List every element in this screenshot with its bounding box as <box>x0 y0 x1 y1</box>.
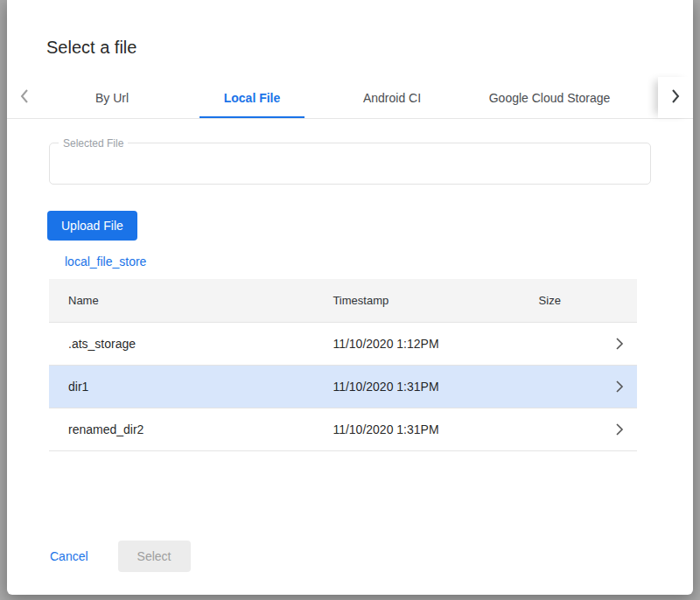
dialog-footer: Cancel Select <box>46 541 191 572</box>
tab-by-url[interactable]: By Url <box>42 77 182 118</box>
table-header-row: Name Timestamp Size <box>49 279 637 323</box>
chevron-right-icon <box>615 380 624 394</box>
chevron-right-icon <box>615 422 624 436</box>
select-file-dialog: Select a file By Url Local File Android … <box>7 0 693 595</box>
tab-label: Local File <box>224 91 281 105</box>
dialog-title: Select a file <box>46 37 693 58</box>
table-row[interactable]: renamed_dir2 11/10/2020 1:31PM <box>49 408 637 451</box>
file-table: Name Timestamp Size .ats_storage 11/10/2… <box>49 279 637 451</box>
breadcrumb[interactable]: local_file_store <box>65 255 146 269</box>
tab-local-file[interactable]: Local File <box>182 77 322 118</box>
tab-android-ci[interactable]: Android CI <box>322 77 462 118</box>
cell-timestamp: 11/10/2020 1:12PM <box>313 337 519 351</box>
header-size: Size <box>520 294 602 307</box>
chevron-right-icon <box>615 337 624 351</box>
chevron-left-icon <box>20 89 29 106</box>
tabs-scroll-left-button[interactable] <box>7 77 42 118</box>
row-open-button[interactable] <box>602 380 637 394</box>
selected-file-field: Selected File <box>49 143 651 185</box>
cancel-button[interactable]: Cancel <box>46 542 92 570</box>
chevron-right-icon <box>671 89 680 106</box>
cell-name: dir1 <box>49 380 313 394</box>
tabs-scroll-right-button[interactable] <box>658 77 693 118</box>
selected-file-input[interactable] <box>50 143 650 184</box>
header-timestamp: Timestamp <box>313 294 519 307</box>
select-button[interactable]: Select <box>118 541 191 572</box>
header-name: Name <box>49 294 313 307</box>
tab-google-cloud-storage[interactable]: Google Cloud Storage <box>462 77 637 118</box>
tab-label: Android CI <box>363 91 421 105</box>
cell-timestamp: 11/10/2020 1:31PM <box>313 422 519 436</box>
row-open-button[interactable] <box>602 422 637 436</box>
tab-label: By Url <box>95 91 129 105</box>
row-open-button[interactable] <box>602 337 637 351</box>
tab-bar: By Url Local File Android CI Google Clou… <box>7 77 693 119</box>
tab-label: Google Cloud Storage <box>489 91 611 105</box>
cell-timestamp: 11/10/2020 1:31PM <box>313 380 519 394</box>
cell-name: renamed_dir2 <box>49 422 313 436</box>
selected-file-label: Selected File <box>59 137 128 150</box>
table-row[interactable]: .ats_storage 11/10/2020 1:12PM <box>49 323 637 366</box>
cell-name: .ats_storage <box>49 337 313 351</box>
upload-file-button[interactable]: Upload File <box>47 211 137 241</box>
table-row[interactable]: dir1 11/10/2020 1:31PM <box>49 366 637 408</box>
